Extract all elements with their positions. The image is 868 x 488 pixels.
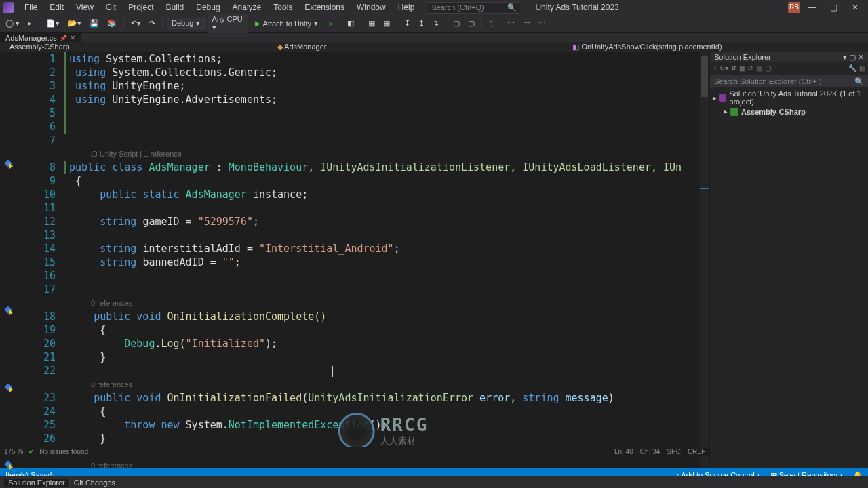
undo-button[interactable]: ↶▾: [128, 18, 144, 29]
tb-misc2-icon[interactable]: ⋯: [520, 18, 533, 29]
menu-extensions[interactable]: Extensions: [299, 3, 350, 12]
tab-git-changes[interactable]: Git Changes: [69, 479, 119, 487]
save-button[interactable]: 💾: [87, 18, 102, 29]
tb-icon-1[interactable]: ◧: [344, 18, 357, 29]
search-icon: 🔍: [854, 77, 864, 86]
solution-root-node[interactable]: ▸ Solution 'Unity Ads Tutorial 2023' (1 …: [713, 89, 865, 106]
tb-uncomment-icon[interactable]: ▢: [465, 18, 477, 29]
method-icon: ◧: [572, 43, 579, 51]
tb-step-icon2[interactable]: ↥: [416, 18, 427, 29]
pin-icon[interactable]: 📌: [60, 35, 67, 41]
panel-opts-icon[interactable]: ▾ ▢: [843, 53, 858, 61]
maximize-button[interactable]: ▢: [823, 3, 844, 12]
search-placeholder: Search (Ctrl+Q): [431, 3, 484, 12]
search-input[interactable]: Search (Ctrl+Q) 🔍: [427, 2, 521, 14]
codelens-ref-3[interactable]: 0 references: [66, 459, 700, 468]
crlf-indicator[interactable]: CRLF: [688, 448, 705, 455]
editor-content[interactable]: ⊟using System.Collections; using System.…: [66, 52, 700, 468]
solution-search-input[interactable]: Search Solution Explorer (Ctrl+;) 🔍: [710, 75, 868, 87]
line-number-gutter: 1234 567 891011 12131415 1617 18192021 2…: [16, 52, 64, 468]
nav-fwd-button[interactable]: ▸: [25, 18, 35, 29]
user-badge[interactable]: RB: [788, 2, 800, 13]
wrench-icon[interactable]: 🔧: [848, 64, 856, 72]
tb-step-icon[interactable]: ↧: [401, 18, 413, 29]
nav-back-button[interactable]: ◯ ▾: [3, 18, 22, 29]
main-toolbar: ◯ ▾ ▸ 📄▾ 📂▾ 💾 📚 ↶▾ ↷ Debug ▾ Any CPU ▾ ▶…: [0, 15, 868, 33]
codelens-class[interactable]: ⬡ Unity Script | 1 reference: [66, 147, 700, 161]
project-node[interactable]: ▸ Assembly-CSharp: [713, 106, 865, 117]
codelens-ref-1[interactable]: 0 references: [66, 296, 700, 310]
menu-view[interactable]: View: [71, 3, 99, 12]
glyph-margin: [0, 52, 16, 468]
sync-icon[interactable]: ↻▾: [719, 64, 728, 72]
class-icon: ◆: [277, 43, 283, 51]
scrollbar-thumb[interactable]: [701, 56, 708, 97]
title-bar: File Edit View Git Project Build Debug A…: [0, 0, 868, 15]
menu-help[interactable]: Help: [393, 3, 420, 12]
close-button[interactable]: ✕: [845, 3, 865, 12]
expand-icon[interactable]: ▸: [724, 107, 728, 116]
window-title: Unity Ads Tutorial 2023: [535, 3, 618, 12]
spaces-indicator[interactable]: SPC: [667, 448, 681, 455]
refresh-icon[interactable]: ⟳: [748, 64, 753, 72]
save-all-button[interactable]: 📚: [104, 18, 119, 29]
properties-icon[interactable]: ▤: [756, 64, 762, 72]
config-dropdown[interactable]: Debug ▾: [167, 18, 204, 29]
expand-icon[interactable]: ▸: [713, 94, 717, 102]
line-indicator[interactable]: Ln: 40: [614, 448, 633, 455]
fold-icon[interactable]: ⊟: [66, 391, 68, 405]
menu-debug[interactable]: Debug: [191, 3, 225, 12]
solution-explorer: Solution Explorer ▾ ▢ ✕ ⌂ ↻▾ ⇵ ▦ ⟳ ▤ ▢ 🔧…: [709, 52, 868, 468]
char-indicator[interactable]: Ch: 34: [640, 448, 660, 455]
tab-solution-explorer[interactable]: Solution Explorer: [4, 479, 69, 487]
doc-tab-label: AdsManager.cs: [5, 34, 57, 42]
attach-to-unity-button[interactable]: ▶ Attach to Unity ▾: [251, 18, 323, 29]
redo-button[interactable]: ↷: [146, 18, 158, 29]
menu-window[interactable]: Window: [351, 3, 391, 12]
arrow-glyph-4: [9, 464, 13, 470]
tb-step-icon3[interactable]: ↴: [430, 18, 441, 29]
codelens-ref-2[interactable]: 0 references: [66, 378, 700, 391]
menu-file[interactable]: File: [19, 3, 43, 12]
doc-tab-adsmanager[interactable]: AdsManager.cs 📌 ✕: [0, 33, 81, 42]
menu-project[interactable]: Project: [123, 3, 159, 12]
tb-bookmark-icon[interactable]: ▯: [486, 18, 496, 29]
solution-tree[interactable]: ▸ Solution 'Unity Ads Tutorial 2023' (1 …: [710, 87, 868, 118]
new-project-button[interactable]: 📄▾: [43, 18, 62, 29]
search-icon: 🔍: [507, 3, 517, 12]
issues-text[interactable]: No issues found: [39, 448, 88, 455]
minimize-button[interactable]: —: [802, 3, 822, 12]
tb-misc3-icon[interactable]: ⋯: [536, 18, 549, 29]
fold-icon[interactable]: ⊟: [66, 52, 68, 66]
menu-edit[interactable]: Edit: [44, 3, 69, 12]
fold-icon[interactable]: ⊟: [66, 161, 68, 174]
collapse-icon[interactable]: ⇵: [731, 64, 736, 72]
platform-dropdown[interactable]: Any CPU ▾: [208, 14, 248, 33]
filter-icon[interactable]: ▤: [859, 64, 865, 72]
project-context-bar: Assembly-CSharp ◆ AdsManager ◧ OnUnityAd…: [0, 42, 868, 52]
show-all-icon[interactable]: ▦: [739, 64, 745, 72]
menu-build[interactable]: Build: [161, 3, 190, 12]
vertical-scrollbar[interactable]: [700, 52, 709, 468]
fold-icon[interactable]: ⊟: [66, 310, 68, 323]
tb-misc1-icon[interactable]: ⋯: [505, 18, 517, 29]
assembly-context[interactable]: Assembly-CSharp: [3, 43, 74, 51]
preview-icon[interactable]: ▢: [765, 64, 771, 72]
tb-icon-2[interactable]: ▦: [366, 18, 378, 29]
nav-method[interactable]: OnUnityAdsShowClick(string placementId): [581, 43, 722, 51]
menu-git[interactable]: Git: [100, 3, 121, 12]
panel-close-icon[interactable]: ✕: [858, 53, 864, 61]
vs-logo-icon: [3, 2, 14, 13]
tb-comment-icon[interactable]: ▢: [450, 18, 462, 29]
start-without-debug-button[interactable]: ▷: [325, 18, 336, 28]
home-icon[interactable]: ⌂: [713, 64, 717, 72]
code-editor[interactable]: 1234 567 891011 12131415 1617 18192021 2…: [0, 52, 709, 468]
close-tab-icon[interactable]: ✕: [70, 34, 75, 41]
zoom-level[interactable]: 175 %: [4, 448, 23, 455]
nav-class[interactable]: AdsManager: [284, 43, 326, 51]
menu-analyze[interactable]: Analyze: [227, 3, 267, 12]
tb-icon-3[interactable]: ▦: [380, 18, 393, 29]
open-button[interactable]: 📂▾: [65, 18, 84, 29]
menu-tools[interactable]: Tools: [268, 3, 298, 12]
solution-icon: [719, 94, 726, 102]
